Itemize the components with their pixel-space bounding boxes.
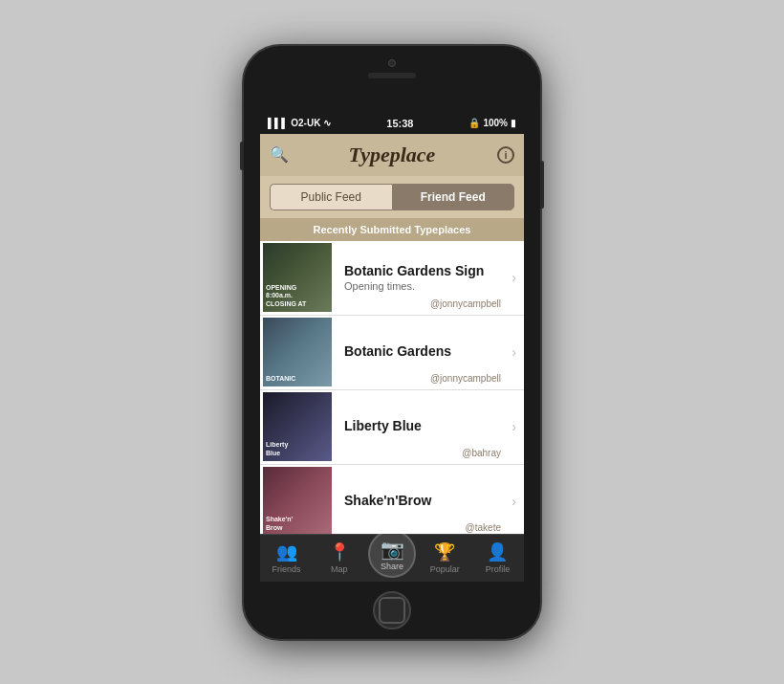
feed-subtitle-0: Opening times. (344, 280, 514, 292)
feed-title-2: Liberty Blue (344, 418, 514, 433)
public-feed-button[interactable]: Public Feed (270, 184, 392, 210)
thumb-text-3: Shake'n'Brow (266, 516, 293, 532)
feed-thumb-1: BOTANIC (263, 318, 332, 386)
feed-content-3: Shake'n'Brow (335, 485, 524, 518)
feed-thumb-0: OPENING8:00a.m.CLOSING AT (263, 243, 332, 312)
feed-content-1: Botanic Gardens (335, 336, 524, 368)
phone-top (244, 46, 540, 113)
chevron-icon-2: › (512, 419, 516, 434)
friends-label: Friends (272, 564, 301, 574)
info-button[interactable]: i (497, 146, 514, 164)
speaker (368, 73, 416, 78)
feed-title-3: Shake'n'Brow (344, 493, 514, 508)
side-button-right (540, 161, 544, 209)
signal-bars: ▌▌▌ (268, 118, 288, 128)
lock-icon: 🔒 (468, 118, 480, 128)
phone-bottom (244, 582, 540, 639)
profile-label: Profile (486, 564, 511, 574)
friends-icon: 👥 (276, 541, 297, 563)
tab-friends[interactable]: 👥 Friends (260, 541, 313, 574)
feed-user-3: @takete (466, 522, 501, 533)
carrier-label: O2-UK (291, 118, 320, 128)
chevron-icon-1: › (512, 344, 516, 360)
section-label: Recently Submitted Typeplaces (314, 224, 471, 235)
phone-frame: ▌▌▌ O2-UK ∿ 15:38 🔒 100% ▮ 🔍 Typeplace i… (244, 46, 540, 639)
feed-item-2[interactable]: LibertyBlue Liberty Blue @bahray › (260, 390, 524, 465)
battery-label: 100% (483, 118, 508, 128)
popular-label: Popular (430, 564, 460, 574)
status-bar: ▌▌▌ O2-UK ∿ 15:38 🔒 100% ▮ (260, 113, 524, 134)
feed-item-1[interactable]: BOTANIC Botanic Gardens @jonnycampbell › (260, 316, 524, 390)
home-button[interactable] (373, 591, 411, 629)
camera (388, 59, 396, 67)
chevron-icon-3: › (512, 494, 516, 509)
feed-user-0: @jonnycampbell (430, 298, 501, 309)
segmented-control: Public Feed Friend Feed (260, 176, 524, 218)
thumb-text-1: BOTANIC (266, 375, 295, 383)
thumb-text-0: OPENING8:00a.m.CLOSING AT (266, 284, 306, 308)
feed-thumb-2: LibertyBlue (263, 392, 332, 461)
share-icon: 📷 (381, 538, 404, 561)
feed-content-0: Botanic Gardens Sign Opening times. (335, 255, 524, 299)
status-right: 🔒 100% ▮ (468, 118, 516, 128)
tab-profile[interactable]: 👤 Profile (471, 541, 524, 574)
home-button-inner (379, 597, 405, 624)
map-icon: 📍 (329, 541, 350, 563)
popular-icon: 🏆 (434, 541, 455, 563)
map-label: Map (331, 564, 348, 574)
side-button-left (240, 142, 244, 170)
section-header: Recently Submitted Typeplaces (260, 218, 524, 241)
feed-title-0: Botanic Gardens Sign (344, 263, 514, 278)
feed-thumb-3: Shake'n'Brow (263, 467, 332, 534)
search-icon[interactable]: 🔍 (270, 145, 289, 164)
tab-bar: 👥 Friends 📍 Map 📷 Share 🏆 Popular 👤 Prof… (260, 534, 524, 582)
feed-user-2: @bahray (462, 448, 501, 458)
feed-list: OPENING8:00a.m.CLOSING AT Botanic Garden… (260, 241, 524, 534)
thumb-text-2: LibertyBlue (266, 441, 288, 457)
share-label: Share (381, 562, 403, 571)
tab-map[interactable]: 📍 Map (313, 541, 365, 574)
chevron-icon-0: › (512, 270, 516, 285)
feed-item-0[interactable]: OPENING8:00a.m.CLOSING AT Botanic Garden… (260, 241, 524, 316)
tab-share[interactable]: 📷 Share (365, 530, 418, 582)
share-button[interactable]: 📷 Share (368, 530, 416, 578)
wifi-icon: ∿ (323, 118, 331, 128)
feed-content-2: Liberty Blue (335, 410, 524, 443)
friend-feed-button[interactable]: Friend Feed (392, 184, 515, 210)
profile-icon: 👤 (487, 541, 508, 563)
battery-icon: ▮ (511, 118, 516, 128)
phone-screen: ▌▌▌ O2-UK ∿ 15:38 🔒 100% ▮ 🔍 Typeplace i… (260, 113, 524, 582)
feed-title-1: Botanic Gardens (344, 343, 514, 359)
status-left: ▌▌▌ O2-UK ∿ (268, 118, 331, 128)
feed-user-1: @jonnycampbell (430, 373, 501, 384)
tab-popular[interactable]: 🏆 Popular (419, 541, 471, 574)
status-time: 15:38 (386, 118, 413, 129)
app-title: Typeplace (349, 143, 436, 167)
feed-item-3[interactable]: Shake'n'Brow Shake'n'Brow @takete › (260, 465, 524, 534)
app-header: 🔍 Typeplace i (260, 134, 524, 176)
